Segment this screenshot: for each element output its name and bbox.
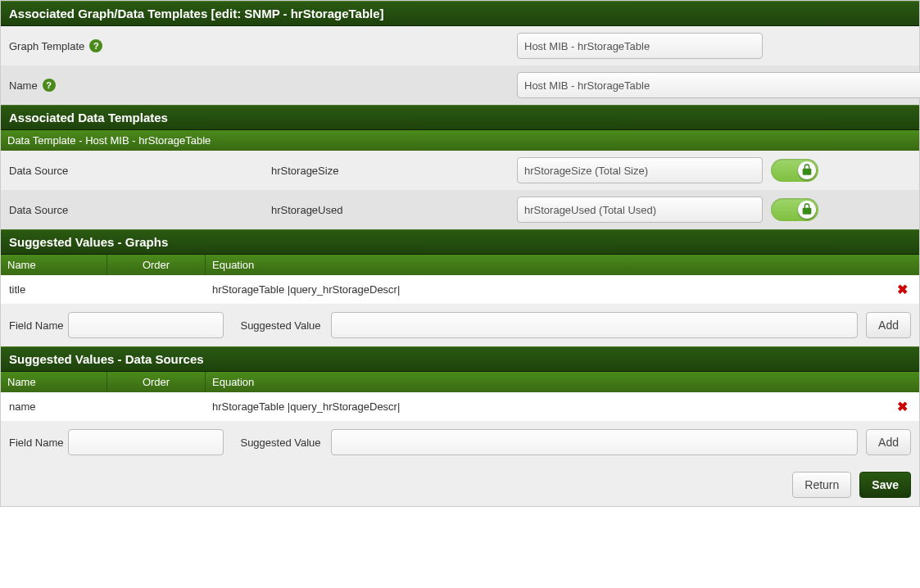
col-name: Name: [1, 372, 107, 392]
data-source-select[interactable]: hrStorageSize (Total Size): [517, 157, 763, 183]
add-button[interactable]: Add: [866, 429, 911, 455]
cell-equation: hrStorageTable |query_hrStorageDescr|: [212, 283, 892, 296]
save-button[interactable]: Save: [859, 472, 911, 498]
field-name-input[interactable]: [68, 312, 224, 338]
add-button[interactable]: Add: [866, 312, 911, 338]
col-order: Order: [107, 372, 206, 392]
data-source-label: Data Source: [9, 204, 68, 216]
field-name-input[interactable]: [68, 429, 224, 455]
name-label: Name: [9, 79, 38, 92]
lock-icon: [800, 202, 813, 215]
col-order: Order: [107, 255, 206, 275]
return-button[interactable]: Return: [792, 472, 851, 498]
help-icon[interactable]: ?: [89, 39, 102, 52]
table-row: title hrStorageTable |query_hrStorageDes…: [1, 275, 919, 304]
panel-subheading-data-template: Data Template - Host MIB - hrStorageTabl…: [1, 130, 919, 151]
graph-template-label: Graph Template: [9, 40, 84, 52]
suggested-value-input[interactable]: [331, 429, 859, 455]
table-header: Name Order Equation: [1, 372, 919, 392]
lock-icon: [800, 163, 813, 176]
delete-row-icon[interactable]: ✖: [892, 399, 913, 414]
data-source-toggle[interactable]: [771, 198, 818, 221]
panel-heading-suggested-ds: Suggested Values - Data Sources: [1, 346, 919, 372]
data-source-name: hrStorageSize: [271, 165, 338, 177]
help-icon[interactable]: ?: [43, 79, 56, 92]
cell-name: title: [7, 283, 114, 296]
suggested-value-input[interactable]: [331, 312, 859, 338]
panel-heading-suggested-graphs: Suggested Values - Graphs: [1, 229, 919, 255]
col-eq: Equation: [206, 372, 919, 392]
table-row: name hrStorageTable |query_hrStorageDesc…: [1, 392, 919, 421]
graph-template-select[interactable]: Host MIB - hrStorageTable: [517, 33, 763, 59]
panel-heading-data-templates: Associated Data Templates: [1, 105, 919, 130]
data-source-label: Data Source: [9, 165, 68, 177]
data-source-name: hrStorageUsed: [271, 204, 342, 216]
data-source-toggle[interactable]: [771, 159, 818, 182]
suggested-value-label: Suggested Value: [240, 436, 325, 449]
suggested-value-label: Suggested Value: [240, 319, 325, 332]
data-source-select[interactable]: hrStorageUsed (Total Used): [517, 197, 763, 223]
field-name-label: Field Name: [9, 436, 68, 449]
delete-row-icon[interactable]: ✖: [892, 282, 913, 297]
field-name-label: Field Name: [9, 319, 68, 332]
panel-heading-main: Associated Graph/Data Templates [edit: S…: [1, 1, 919, 26]
table-header: Name Order Equation: [1, 255, 919, 275]
col-eq: Equation: [206, 255, 919, 275]
col-name: Name: [1, 255, 107, 275]
name-input[interactable]: [517, 72, 920, 98]
cell-name: name: [7, 400, 114, 413]
cell-equation: hrStorageTable |query_hrStorageDescr|: [212, 400, 892, 413]
